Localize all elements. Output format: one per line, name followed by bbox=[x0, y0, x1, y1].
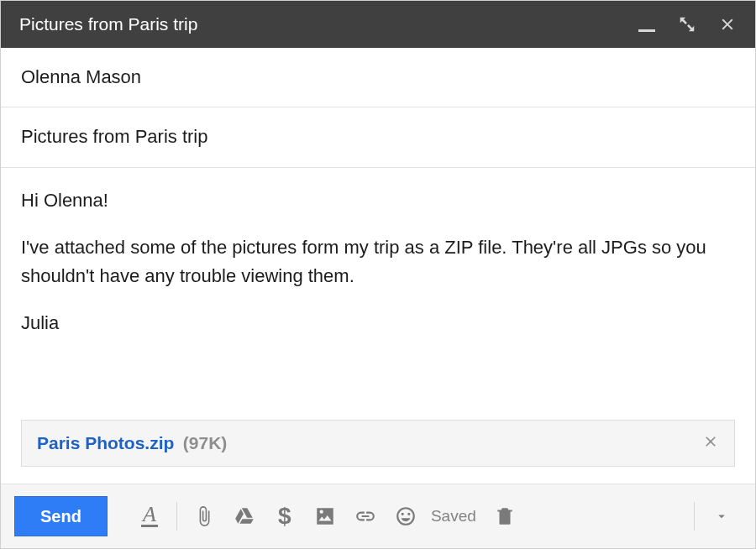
subject-field[interactable]: Pictures from Paris trip bbox=[1, 107, 755, 167]
titlebar: Pictures from Paris trip bbox=[1, 1, 755, 48]
emoji-icon[interactable] bbox=[386, 496, 426, 536]
bottom-toolbar: Send A $ Saved bbox=[1, 484, 755, 548]
format-icon[interactable]: A bbox=[129, 496, 170, 536]
compose-window: Pictures from Paris trip Olenna Mason Pi… bbox=[0, 0, 756, 549]
discard-icon[interactable] bbox=[485, 496, 525, 536]
subject-value: Pictures from Paris trip bbox=[21, 126, 208, 147]
body-greeting: Hi Olenna! bbox=[21, 186, 735, 215]
expand-icon[interactable] bbox=[678, 15, 696, 34]
attachment-filename: Paris Photos.zip bbox=[37, 433, 174, 452]
toolbar-divider bbox=[694, 502, 695, 531]
photo-icon[interactable] bbox=[305, 496, 345, 536]
message-body[interactable]: Hi Olenna! I've attached some of the pic… bbox=[1, 168, 755, 420]
titlebar-actions bbox=[638, 15, 737, 34]
to-field[interactable]: Olenna Mason bbox=[1, 48, 755, 107]
money-icon[interactable]: $ bbox=[265, 496, 305, 536]
attachment-label: Paris Photos.zip (97K) bbox=[37, 433, 227, 453]
send-button[interactable]: Send bbox=[14, 496, 108, 536]
body-signature: Julia bbox=[21, 309, 735, 337]
attachment-area: Paris Photos.zip (97K) bbox=[1, 420, 755, 484]
minimize-icon[interactable] bbox=[638, 15, 656, 34]
window-title: Pictures from Paris trip bbox=[19, 14, 197, 34]
to-value: Olenna Mason bbox=[21, 66, 141, 87]
link-icon[interactable] bbox=[345, 496, 386, 536]
saved-status: Saved bbox=[431, 507, 476, 525]
attachment-size: (97K) bbox=[183, 433, 228, 452]
more-options-icon[interactable] bbox=[701, 496, 742, 536]
close-icon[interactable] bbox=[718, 15, 737, 34]
body-paragraph: I've attached some of the pictures form … bbox=[21, 233, 735, 290]
drive-icon[interactable] bbox=[224, 496, 265, 536]
attachment-chip[interactable]: Paris Photos.zip (97K) bbox=[21, 420, 735, 467]
toolbar-divider bbox=[176, 502, 177, 531]
attach-icon[interactable] bbox=[184, 496, 224, 536]
attachment-remove-icon[interactable] bbox=[702, 433, 719, 453]
